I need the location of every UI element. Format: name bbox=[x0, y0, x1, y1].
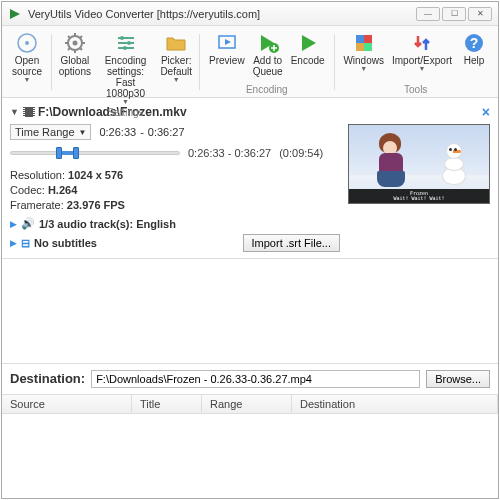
expand-icon: ▶ bbox=[10, 238, 17, 248]
codec-label: Codec: bbox=[10, 184, 45, 196]
svg-rect-26 bbox=[356, 35, 364, 43]
framerate-label: Framerate: bbox=[10, 199, 64, 211]
svg-rect-27 bbox=[364, 35, 372, 43]
disc-icon bbox=[16, 32, 38, 54]
framerate-value: 23.976 FPS bbox=[67, 199, 125, 211]
col-title[interactable]: Title bbox=[132, 395, 202, 413]
folder-icon bbox=[165, 32, 187, 54]
start-time-label: 0:26:33 bbox=[99, 126, 136, 138]
destination-input[interactable] bbox=[91, 370, 420, 388]
group-settings-label: Settings bbox=[107, 107, 143, 120]
end-time-label: 0:36:27 bbox=[148, 126, 185, 138]
queue-table: Source Title Range Destination bbox=[2, 394, 498, 499]
slider-thumb-start[interactable] bbox=[56, 147, 62, 159]
destination-label: Destination: bbox=[10, 371, 85, 386]
help-icon: ? bbox=[463, 32, 485, 54]
app-window: VeryUtils Video Converter [https://veryu… bbox=[1, 1, 499, 499]
global-options-button[interactable]: Global options bbox=[57, 30, 93, 107]
chevron-down-icon: ▼ bbox=[419, 65, 426, 72]
add-queue-button[interactable]: Add to Queue bbox=[249, 30, 287, 84]
window-controls: — ☐ ✕ bbox=[416, 7, 492, 21]
app-icon bbox=[8, 7, 22, 21]
chevron-down-icon: ▼ bbox=[122, 98, 129, 105]
close-button[interactable]: ✕ bbox=[468, 7, 492, 21]
range-mode-dropdown[interactable]: Time Range ▼ bbox=[10, 124, 91, 140]
svg-point-16 bbox=[120, 36, 124, 40]
slider-thumb-end[interactable] bbox=[73, 147, 79, 159]
preview-icon bbox=[216, 32, 238, 54]
chevron-down-icon: ▼ bbox=[360, 65, 367, 72]
expand-icon: ▶ bbox=[10, 219, 17, 229]
col-destination[interactable]: Destination bbox=[292, 395, 498, 413]
chevron-down-icon: ▼ bbox=[173, 76, 180, 83]
toolbar: Open source ▼ Global options Encoding se… bbox=[2, 26, 498, 98]
preview-character-anna bbox=[373, 133, 409, 189]
close-file-button[interactable]: × bbox=[482, 104, 490, 120]
collapse-icon[interactable]: ▼ bbox=[10, 107, 19, 117]
audio-tracks-label: 1/3 audio track(s): English bbox=[39, 218, 176, 230]
col-range[interactable]: Range bbox=[202, 395, 292, 413]
svg-rect-29 bbox=[364, 43, 372, 51]
play-icon bbox=[297, 32, 319, 54]
sliders-icon bbox=[115, 32, 137, 54]
help-button[interactable]: ? Help bbox=[456, 30, 492, 84]
resolution-label: Resolution: bbox=[10, 169, 65, 181]
codec-value: H.264 bbox=[48, 184, 77, 196]
destination-row: Destination: Browse... bbox=[2, 363, 498, 394]
subtitles-row[interactable]: ▶ ⊟ No subtitles Import .srt File... bbox=[10, 234, 340, 252]
encode-button[interactable]: Encode bbox=[287, 30, 329, 84]
queue-header: Source Title Range Destination bbox=[2, 395, 498, 414]
preview-button[interactable]: Preview bbox=[205, 30, 249, 84]
gear-icon bbox=[64, 32, 86, 54]
maximize-button[interactable]: ☐ bbox=[442, 7, 466, 21]
svg-marker-20 bbox=[225, 39, 231, 45]
minimize-button[interactable]: — bbox=[416, 7, 440, 21]
windows-icon bbox=[353, 32, 375, 54]
svg-rect-28 bbox=[356, 43, 364, 51]
duration-display: (0:09:54) bbox=[279, 147, 323, 159]
resolution-value: 1024 x 576 bbox=[68, 169, 123, 181]
range-display: 0:26:33 - 0:36:27 bbox=[188, 147, 271, 159]
svg-point-2 bbox=[25, 41, 29, 45]
col-source[interactable]: Source bbox=[2, 395, 132, 413]
chevron-down-icon: ▼ bbox=[24, 76, 31, 83]
svg-line-9 bbox=[68, 36, 70, 38]
svg-point-4 bbox=[72, 41, 77, 46]
chevron-down-icon: ▼ bbox=[79, 128, 87, 137]
film-icon bbox=[23, 107, 35, 117]
titlebar: VeryUtils Video Converter [https://veryu… bbox=[2, 2, 498, 26]
play-add-icon bbox=[257, 32, 279, 54]
svg-line-12 bbox=[80, 36, 82, 38]
open-source-button[interactable]: Open source ▼ bbox=[8, 30, 46, 95]
picker-button[interactable]: Picker: Default ▼ bbox=[158, 30, 194, 107]
svg-text:?: ? bbox=[470, 35, 479, 51]
svg-marker-25 bbox=[302, 35, 316, 51]
window-title: VeryUtils Video Converter [https://veryu… bbox=[28, 8, 416, 20]
svg-line-11 bbox=[68, 48, 70, 50]
svg-point-17 bbox=[127, 41, 131, 45]
file-section: ▼ F:\Downloads\Frozen.mkv × Time Range ▼… bbox=[2, 98, 498, 259]
encoding-settings-button[interactable]: Encoding settings: Fast 1080p30 ▼ bbox=[93, 30, 158, 107]
windows-button[interactable]: Windows ▼ bbox=[339, 30, 388, 84]
audio-tracks-row[interactable]: ▶ 🔊 1/3 audio track(s): English bbox=[10, 217, 340, 230]
content-area: ▼ F:\Downloads\Frozen.mkv × Time Range ▼… bbox=[2, 98, 498, 498]
group-tools-label: Tools bbox=[404, 84, 427, 97]
browse-button[interactable]: Browse... bbox=[426, 370, 490, 388]
import-srt-button[interactable]: Import .srt File... bbox=[243, 234, 340, 252]
subtitles-label: No subtitles bbox=[34, 237, 97, 249]
preview-subtitle: Frozen Wait! Wait! Wait! bbox=[349, 189, 489, 203]
group-encoding-label: Encoding bbox=[246, 84, 288, 97]
svg-marker-0 bbox=[10, 9, 20, 19]
svg-line-10 bbox=[80, 48, 82, 50]
svg-point-18 bbox=[123, 46, 127, 50]
subtitle-icon: ⊟ bbox=[21, 237, 30, 250]
import-export-icon bbox=[411, 32, 433, 54]
speaker-icon: 🔊 bbox=[21, 217, 35, 230]
time-range-slider[interactable] bbox=[10, 144, 180, 162]
import-export-button[interactable]: Import/Export ▼ bbox=[388, 30, 456, 84]
video-preview-thumbnail[interactable]: Frozen Wait! Wait! Wait! bbox=[348, 124, 490, 204]
preview-character-olaf bbox=[441, 143, 467, 187]
